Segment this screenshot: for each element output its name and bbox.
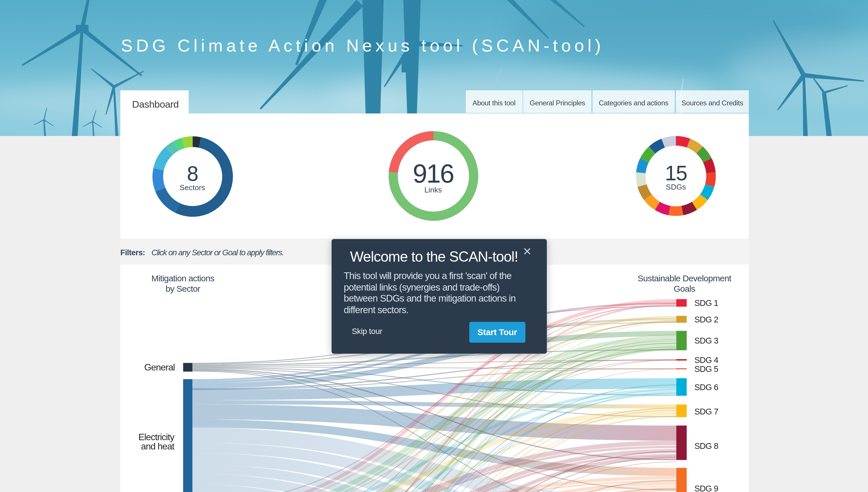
svg-text:SDG 4: SDG 4 <box>694 355 718 365</box>
svg-text:Electricity: Electricity <box>138 432 175 442</box>
svg-text:Sustainable Development: Sustainable Development <box>638 273 732 283</box>
svg-text:SDG 2: SDG 2 <box>694 315 718 324</box>
svg-text:Mitigation actions: Mitigation actions <box>151 273 214 283</box>
svg-text:SDG 9: SDG 9 <box>694 484 718 492</box>
svg-text:by Sector: by Sector <box>165 284 200 293</box>
svg-text:and heat: and heat <box>141 441 175 451</box>
svg-text:SDG 7: SDG 7 <box>694 407 718 416</box>
svg-text:SDG 8: SDG 8 <box>694 441 718 451</box>
svg-text:SDG 5: SDG 5 <box>694 364 718 374</box>
svg-text:Goals: Goals <box>673 284 695 293</box>
svg-text:SDG 1: SDG 1 <box>694 298 718 308</box>
svg-text:SDG 6: SDG 6 <box>694 383 718 392</box>
svg-text:General: General <box>144 362 175 372</box>
svg-text:SDG 3: SDG 3 <box>694 336 718 345</box>
